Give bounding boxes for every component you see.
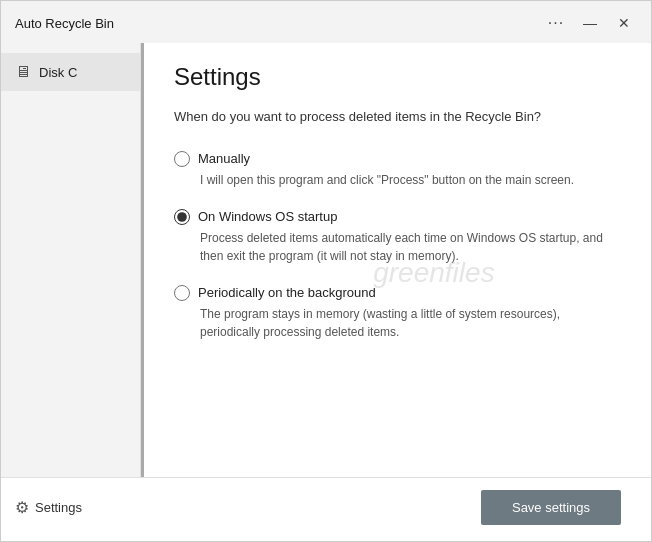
option-periodically-label[interactable]: Periodically on the background bbox=[174, 285, 621, 301]
settings-description: When do you want to process deleted item… bbox=[174, 107, 621, 127]
sidebar-item-label: Disk C bbox=[39, 65, 77, 80]
options-section: Manually I will open this program and cl… bbox=[174, 151, 621, 458]
save-settings-button[interactable]: Save settings bbox=[481, 490, 621, 525]
option-periodically: Periodically on the background The progr… bbox=[174, 285, 621, 341]
settings-link[interactable]: ⚙ Settings bbox=[15, 498, 82, 517]
settings-link-label: Settings bbox=[35, 500, 82, 515]
more-options-button[interactable]: ··· bbox=[541, 11, 571, 35]
sidebar-item-disk-c[interactable]: 🖥 Disk C bbox=[1, 53, 140, 91]
option-startup-radio[interactable] bbox=[174, 209, 190, 225]
title-bar: Auto Recycle Bin ··· — ✕ bbox=[1, 1, 651, 43]
main-content: greenfiles Settings When do you want to … bbox=[144, 43, 651, 477]
disk-icon: 🖥 bbox=[15, 63, 31, 81]
option-manually-label[interactable]: Manually bbox=[174, 151, 621, 167]
sidebar: 🖥 Disk C bbox=[1, 43, 141, 477]
app-window: Auto Recycle Bin ··· — ✕ 🖥 Disk C greenf… bbox=[0, 0, 652, 542]
settings-icon: ⚙ bbox=[15, 498, 29, 517]
close-button[interactable]: ✕ bbox=[609, 11, 639, 35]
option-manually-text: Manually bbox=[198, 151, 250, 166]
option-startup-label[interactable]: On Windows OS startup bbox=[174, 209, 621, 225]
option-startup-text: On Windows OS startup bbox=[198, 209, 337, 224]
option-startup-desc: Process deleted items automatically each… bbox=[200, 229, 621, 265]
title-bar-controls: ··· — ✕ bbox=[541, 11, 639, 35]
window-title: Auto Recycle Bin bbox=[15, 16, 114, 31]
option-periodically-text: Periodically on the background bbox=[198, 285, 376, 300]
option-periodically-desc: The program stays in memory (wasting a l… bbox=[200, 305, 621, 341]
minimize-button[interactable]: — bbox=[575, 11, 605, 35]
window-body: 🖥 Disk C greenfiles Settings When do you… bbox=[1, 43, 651, 477]
option-manually-radio[interactable] bbox=[174, 151, 190, 167]
option-periodically-radio[interactable] bbox=[174, 285, 190, 301]
option-manually: Manually I will open this program and cl… bbox=[174, 151, 621, 189]
option-manually-desc: I will open this program and click "Proc… bbox=[200, 171, 621, 189]
page-title: Settings bbox=[174, 63, 621, 91]
option-startup: On Windows OS startup Process deleted it… bbox=[174, 209, 621, 265]
footer: ⚙ Settings Save settings bbox=[1, 477, 651, 541]
